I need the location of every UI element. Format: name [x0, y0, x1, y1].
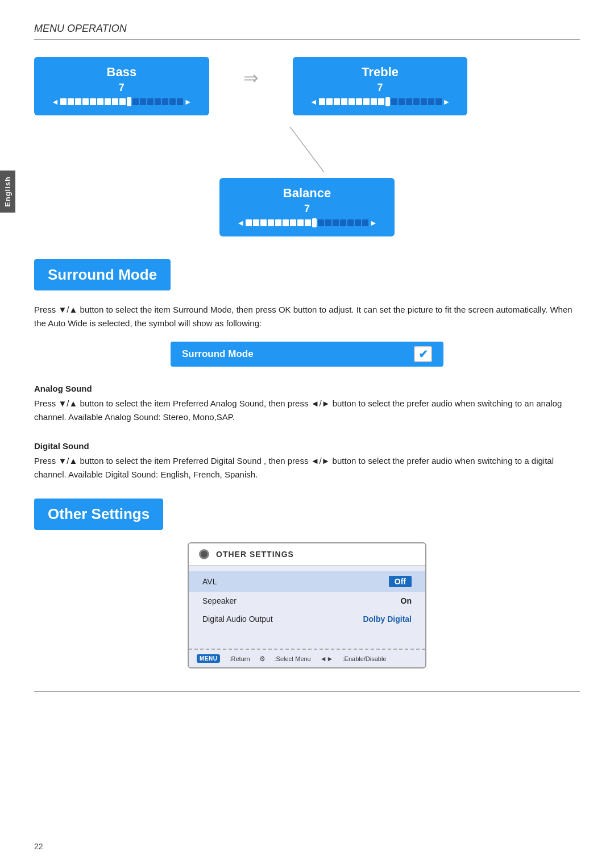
surround-mode-description: Press ▼/▲ button to select the item Surr…	[34, 303, 580, 330]
dialog-header: OTHER SETTINGS	[189, 543, 425, 566]
menu-button-label: MENU	[197, 654, 220, 663]
table-row: Digital Audio Output Dolby Digital	[189, 610, 425, 628]
analog-sound-section: Analog Sound Press ▼/▲ button to select …	[34, 384, 580, 424]
treble-value: 7	[310, 82, 451, 94]
avl-value: Off	[389, 576, 412, 587]
digital-sound-heading: Digital Sound	[34, 441, 580, 451]
treble-right-arrow: ►	[443, 97, 451, 106]
bass-box: Bass 7 ◄	[34, 57, 209, 115]
balance-box: Balance 7 ◄	[219, 178, 395, 236]
bass-title: Bass	[51, 65, 192, 80]
other-settings-dialog: OTHER SETTINGS AVL Off Sepeaker On Digit…	[188, 542, 426, 668]
treble-left-arrow: ◄	[310, 97, 318, 106]
speaker-label: Sepeaker	[202, 596, 237, 605]
top-divider	[34, 39, 580, 40]
table-row: Sepeaker On	[189, 592, 425, 610]
other-settings-header: Other Settings	[34, 499, 163, 530]
return-text: :Return	[229, 655, 250, 662]
side-language-label: English	[0, 171, 15, 213]
dialog-title: OTHER SETTINGS	[216, 550, 294, 559]
bass-value: 7	[51, 82, 192, 94]
avl-label: AVL	[202, 577, 217, 586]
analog-sound-description: Press ▼/▲ button to select the item Pref…	[34, 397, 580, 424]
surround-mini-label: Surround Mode	[182, 348, 254, 360]
select-menu-text: :Select Menu	[275, 655, 311, 662]
page-title: MENU OPERATION	[34, 23, 580, 35]
analog-sound-heading: Analog Sound	[34, 384, 580, 393]
bottom-divider	[34, 691, 580, 692]
diagonal-line-svg	[273, 127, 341, 172]
balance-left-arrow: ◄	[237, 218, 244, 227]
digital-audio-value: Dolby Digital	[363, 614, 412, 624]
bass-slider: ◄	[51, 97, 192, 106]
table-row: AVL Off	[189, 571, 425, 592]
balance-title: Balance	[237, 186, 377, 201]
treble-title: Treble	[310, 65, 451, 80]
balance-right-arrow: ►	[370, 218, 377, 227]
audio-boxes-row: Bass 7 ◄	[34, 57, 580, 115]
dialog-body: AVL Off Sepeaker On Digital Audio Output…	[189, 566, 425, 649]
surround-mini-box: Surround Mode ✔	[171, 342, 443, 367]
bass-right-arrow: ►	[184, 97, 192, 106]
surround-mode-header: Surround Mode	[34, 259, 171, 290]
balance-slider: ◄	[237, 218, 377, 227]
balance-row: Balance 7 ◄	[34, 178, 580, 236]
enable-disable-text: :Enable/Disable	[343, 655, 387, 662]
bass-left-arrow: ◄	[51, 97, 59, 106]
checkmark-icon: ✔	[418, 347, 428, 361]
enable-disable-icon: ◄►	[320, 655, 334, 663]
menu-dot-icon	[199, 549, 209, 559]
treble-box: Treble 7 ◄	[293, 57, 468, 115]
balance-value: 7	[237, 203, 377, 215]
digital-sound-section: Digital Sound Press ▼/▲ button to select…	[34, 441, 580, 481]
bass-segments	[60, 97, 183, 106]
digital-sound-description: Press ▼/▲ button to select the item Pref…	[34, 454, 580, 481]
surround-checkmark: ✔	[414, 346, 432, 362]
dialog-footer: MENU :Return ⚙ :Select Menu ◄► :Enable/D…	[189, 649, 425, 667]
select-menu-icon: ⚙	[259, 655, 265, 663]
svg-line-0	[290, 127, 324, 172]
page-number: 22	[34, 842, 43, 851]
bass-to-treble-arrow: ⇒	[243, 67, 259, 89]
balance-segments	[246, 218, 368, 227]
treble-slider: ◄	[310, 97, 451, 106]
speaker-value: On	[401, 596, 412, 605]
treble-segments	[319, 97, 442, 106]
digital-audio-label: Digital Audio Output	[202, 614, 273, 624]
